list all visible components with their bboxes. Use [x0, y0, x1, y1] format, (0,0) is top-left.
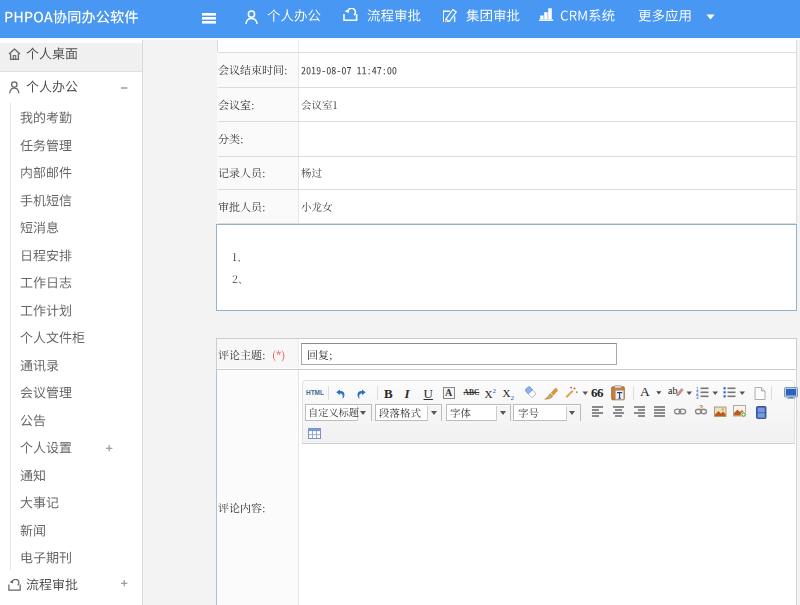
svg-text:?: ?: [699, 405, 703, 411]
svg-text:ab: ab: [668, 385, 677, 396]
svg-text:3: 3: [696, 395, 699, 400]
